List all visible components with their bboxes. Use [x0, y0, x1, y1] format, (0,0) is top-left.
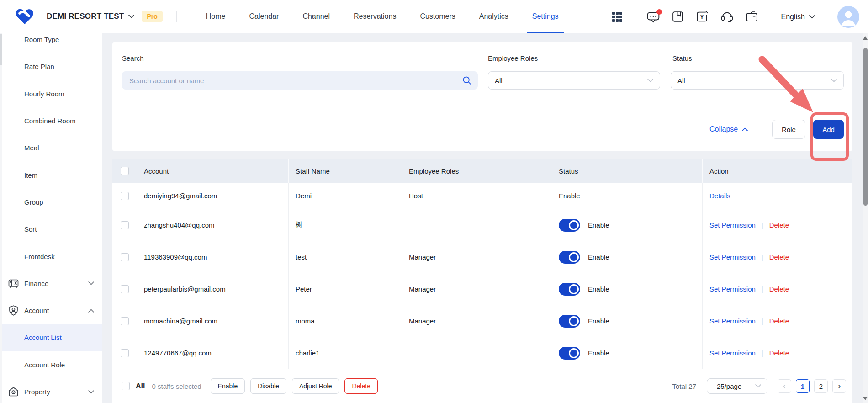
sidebar-item-finance[interactable]: Finance: [0, 270, 102, 297]
search-label: Search: [122, 54, 144, 62]
sidebar-item-account-list[interactable]: Account List: [0, 324, 102, 351]
delete-link[interactable]: Delete: [769, 221, 789, 229]
nav-settings[interactable]: Settings: [532, 0, 559, 33]
sidebar-item-property[interactable]: Property: [0, 378, 102, 403]
nav-channel[interactable]: Channel: [302, 0, 330, 33]
sidebar-item-frontdesk[interactable]: Frontdesk: [0, 243, 102, 270]
pro-badge: Pro: [142, 11, 162, 22]
sidebar-item-account-role[interactable]: Account Role: [0, 351, 102, 378]
bulk-disable-button[interactable]: Disable: [250, 378, 286, 394]
page-scrollbar[interactable]: [863, 33, 868, 403]
house-icon: [8, 386, 19, 398]
nav-analytics[interactable]: Analytics: [479, 0, 508, 33]
select-all-checkbox[interactable]: [121, 167, 129, 175]
footer-select-all-checkbox[interactable]: [122, 382, 130, 390]
scrollbar-thumb[interactable]: [863, 48, 868, 206]
property-switcher[interactable]: DEMI RESORT TEST: [47, 12, 134, 21]
chevron-down-icon: [831, 79, 837, 82]
row-checkbox[interactable]: [121, 285, 129, 293]
status-select-value: All: [677, 77, 685, 85]
bulk-adjust-role-button[interactable]: Adjust Role: [292, 378, 339, 394]
divider: [770, 11, 770, 23]
delete-link[interactable]: Delete: [769, 285, 789, 293]
nav-customers[interactable]: Customers: [420, 0, 455, 33]
delete-link[interactable]: Delete: [769, 317, 789, 325]
nav-home[interactable]: Home: [206, 0, 226, 33]
header-staff-name: Staff Name: [289, 159, 401, 183]
table-row: demiying94@gmail.com Demi Host Enable De…: [112, 183, 852, 209]
settings-sidebar: Room Type Rate Plan Hourly Room Combined…: [0, 33, 102, 403]
status-toggle-on[interactable]: [559, 315, 580, 328]
status-toggle-on[interactable]: [559, 251, 580, 264]
details-link[interactable]: Details: [709, 192, 730, 200]
table-row: zhangshu404@qq.com 树 Enable Set Permissi…: [112, 209, 852, 241]
set-permission-link[interactable]: Set Permission: [709, 285, 756, 293]
page-2-button[interactable]: 2: [814, 379, 828, 393]
add-button[interactable]: Add: [813, 120, 844, 139]
status-text: Enable: [588, 253, 609, 261]
delete-link[interactable]: Delete: [769, 349, 789, 357]
invoice-icon[interactable]: ¥: [696, 10, 709, 24]
status-select[interactable]: All: [671, 71, 844, 90]
page-size-select[interactable]: 25/page: [707, 378, 767, 394]
table-row: 1249770667@qq.com charlie1 Enable Set Pe…: [112, 337, 852, 369]
roles-select[interactable]: All: [488, 71, 660, 90]
delete-link[interactable]: Delete: [769, 253, 789, 261]
status-toggle-on[interactable]: [559, 283, 580, 296]
manual-icon[interactable]: [671, 10, 685, 24]
bulk-delete-button[interactable]: Delete: [344, 378, 377, 394]
sidebar-item-room-type[interactable]: Room Type: [0, 33, 102, 53]
collapse-link[interactable]: Collapse: [709, 120, 748, 139]
sidebar-item-combined-room[interactable]: Combined Room: [0, 107, 102, 134]
row-checkbox[interactable]: [121, 349, 129, 357]
account-cell: 1249770667@qq.com: [137, 337, 289, 369]
search-input[interactable]: [122, 77, 462, 85]
staff-name-cell: moma: [289, 305, 401, 337]
sidebar-item-hourly-room[interactable]: Hourly Room: [0, 80, 102, 107]
role-button[interactable]: Role: [772, 120, 805, 139]
set-permission-link[interactable]: Set Permission: [709, 253, 756, 261]
sidebar-item-item[interactable]: Item: [0, 161, 102, 188]
account-cell: demiying94@gmail.com: [137, 183, 289, 209]
sidebar-item-rate-plan[interactable]: Rate Plan: [0, 53, 102, 80]
staff-name-cell: Peter: [289, 273, 401, 305]
apps-grid-icon[interactable]: [610, 10, 624, 24]
divider: [635, 11, 635, 23]
search-icon[interactable]: [462, 75, 472, 85]
row-checkbox[interactable]: [121, 253, 129, 261]
sidebar-scrollbar[interactable]: [0, 33, 2, 403]
total-count: Total 27: [672, 382, 696, 390]
row-checkbox[interactable]: [121, 317, 129, 325]
chat-icon[interactable]: [646, 10, 660, 24]
sidebar-item-meal[interactable]: Meal: [0, 134, 102, 161]
language-label: English: [781, 13, 805, 21]
support-headset-icon[interactable]: [720, 10, 734, 24]
sidebar-item-sort[interactable]: Sort: [0, 216, 102, 243]
sidebar-item-group[interactable]: Group: [0, 189, 102, 216]
set-permission-link[interactable]: Set Permission: [709, 349, 756, 357]
set-permission-link[interactable]: Set Permission: [709, 317, 756, 325]
sidebar-item-account[interactable]: Account: [0, 297, 102, 324]
scroll-up-arrow[interactable]: [863, 36, 868, 40]
top-bar: DEMI RESORT TEST Pro Home Calendar Chann…: [0, 0, 868, 33]
status-toggle-on[interactable]: [559, 347, 580, 360]
scroll-down-arrow[interactable]: [863, 397, 868, 400]
search-box: [122, 71, 478, 90]
set-permission-link[interactable]: Set Permission: [709, 221, 756, 229]
language-selector[interactable]: English: [781, 13, 815, 21]
wallet-icon[interactable]: [745, 10, 759, 24]
status-toggle-on[interactable]: [559, 219, 580, 232]
bulk-enable-button[interactable]: Enable: [211, 378, 245, 394]
roles-select-value: All: [495, 77, 503, 85]
nav-reservations[interactable]: Reservations: [354, 0, 396, 33]
prev-page-button[interactable]: ‹: [778, 379, 791, 393]
account-cell: momachina@gmail.com: [137, 305, 289, 337]
header-account: Account: [137, 159, 289, 183]
nav-calendar[interactable]: Calendar: [249, 0, 279, 33]
row-checkbox[interactable]: [121, 221, 129, 229]
user-avatar[interactable]: [837, 6, 859, 28]
page-1-button[interactable]: 1: [796, 379, 810, 393]
status-text: Enable: [588, 349, 609, 357]
next-page-button[interactable]: ›: [832, 379, 846, 393]
row-checkbox[interactable]: [121, 192, 129, 200]
